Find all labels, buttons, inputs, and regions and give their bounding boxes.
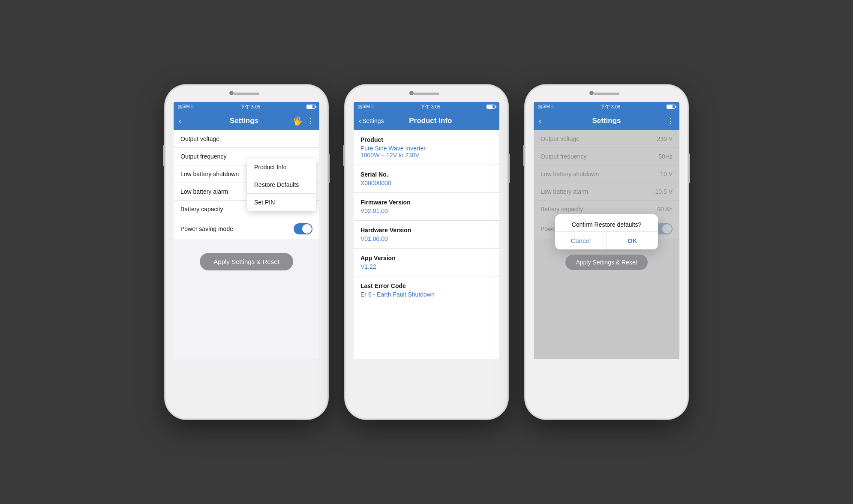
back-button-2[interactable]: ‹ Settings	[359, 117, 384, 126]
info-label-firmware: Firmware Version	[360, 199, 493, 206]
battery-fill-2	[487, 105, 493, 108]
battery-fill-3	[667, 105, 673, 108]
info-value-app: V1.22	[360, 263, 493, 270]
battery-fill-1	[307, 105, 312, 108]
battery-icon-1	[306, 105, 315, 109]
info-value-hardware: V01.00.00	[360, 235, 493, 242]
info-section-firmware: Firmware Version V02.01.00	[354, 193, 499, 221]
status-left-3: 無SIM卡	[538, 104, 554, 110]
sim-text-3: 無SIM卡	[538, 104, 554, 110]
screen-1: 無SIM卡 下午 3:05 ‹ Settings 🖐 ⋮	[174, 102, 319, 359]
dialog-title: Confirm Restore defaults?	[555, 214, 658, 231]
label-output-voltage: Output voltage	[180, 135, 219, 142]
speaker-2	[414, 93, 439, 95]
dialog-overlay: Confirm Restore defaults? Cancel OK Appl…	[534, 130, 679, 359]
status-bar-3: 無SIM卡 下午 3:06	[534, 102, 679, 111]
info-label-hardware: Hardware Version	[360, 227, 493, 234]
settings-row-output-voltage[interactable]: Output voltage	[174, 130, 319, 148]
info-section-error: Last Error Code Er 6 - Earth Fault Shutd…	[354, 276, 499, 304]
dialog-cancel-button[interactable]: Cancel	[555, 232, 607, 249]
apply-settings-button-3[interactable]: Apply Settings & Reset	[565, 255, 647, 270]
camera-3	[589, 91, 594, 95]
nav-actions-3: ⋮	[657, 116, 674, 126]
info-section-hardware: Hardware Version V01.00.00	[354, 221, 499, 249]
product-info-content: Product Pure Sine Wave Inverter1000W – 1…	[354, 130, 499, 359]
status-time-2: 下午 3:05	[420, 104, 440, 110]
settings-row-power-saving[interactable]: Power saving mode	[174, 218, 319, 240]
confirm-dialog: Confirm Restore defaults? Cancel OK	[555, 214, 658, 249]
status-time-1: 下午 3:05	[240, 104, 260, 110]
dropdown-menu-1: Product Info Restore Defaults Set PIN	[247, 159, 316, 211]
apply-settings-button-1[interactable]: Apply Settings & Reset	[200, 253, 293, 270]
chevron-left-icon-1: ‹	[179, 117, 181, 126]
label-output-freq: Output frequency	[180, 153, 226, 160]
nav-title-1: Settings	[196, 117, 292, 125]
nav-title-2: Product Info	[384, 117, 477, 125]
phone-3: 無SIM卡 下午 3:06 ‹ Settings ⋮ Output vo	[525, 85, 688, 419]
nav-bar-3: ‹ Settings ⋮	[534, 111, 679, 130]
status-left-1: 無SIM卡	[178, 104, 194, 110]
dialog-ok-button[interactable]: OK	[607, 232, 658, 249]
back-button-3[interactable]: ‹	[539, 117, 556, 126]
status-right-3	[667, 105, 675, 109]
status-bar-1: 無SIM卡 下午 3:05	[174, 102, 319, 111]
status-right-1	[306, 105, 315, 109]
back-button-1[interactable]: ‹	[179, 117, 196, 126]
screen-3: 無SIM卡 下午 3:06 ‹ Settings ⋮ Output vo	[534, 102, 679, 359]
sim-text-2: 無SIM卡	[358, 104, 374, 110]
apply-btn-container-1: Apply Settings & Reset	[174, 240, 319, 283]
label-power-saving: Power saving mode	[180, 225, 233, 232]
power-saving-toggle[interactable]	[294, 223, 312, 234]
battery-icon-3	[667, 105, 675, 109]
dialog-buttons: Cancel OK	[555, 231, 658, 249]
info-value-serial: X00000000	[360, 180, 493, 186]
settings-content-3: Output voltage 230 V Output frequency 50…	[534, 130, 679, 359]
info-value-error: Er 6 - Earth Fault Shutdown	[360, 291, 493, 298]
battery-icon-2	[487, 105, 495, 109]
hand-icon-1[interactable]: 🖐	[292, 116, 303, 126]
info-label-app: App Version	[360, 255, 493, 261]
dropdown-product-info[interactable]: Product Info	[247, 159, 316, 176]
more-icon-1[interactable]: ⋮	[306, 116, 314, 126]
nav-title-3: Settings	[556, 117, 657, 125]
info-value-product: Pure Sine Wave Inverter1000W – 12V to 23…	[360, 145, 493, 159]
sim-text-1: 無SIM卡	[178, 104, 194, 110]
status-time-3: 下午 3:06	[601, 104, 620, 110]
label-low-alarm: Low battery alarm	[180, 188, 228, 195]
info-label-error: Last Error Code	[360, 282, 493, 289]
back-label-2: Settings	[362, 117, 384, 124]
label-low-shutdown: Low battery shutdown	[180, 171, 239, 177]
info-value-firmware: V02.01.00	[360, 207, 493, 214]
nav-actions-1: 🖐 ⋮	[292, 116, 314, 126]
info-section-serial: Serial No. X00000000	[354, 165, 499, 193]
info-section-app: App Version V1.22	[354, 249, 499, 276]
info-label-product: Product	[360, 136, 493, 143]
phone-2: 無SIM卡 下午 3:05 ‹ Settings Product Info Pr…	[345, 85, 508, 419]
camera-2	[409, 91, 414, 95]
more-icon-3[interactable]: ⋮	[667, 116, 674, 126]
chevron-left-icon-3: ‹	[539, 117, 541, 126]
settings-content-1: Output voltage Output frequency Low batt…	[174, 130, 319, 359]
screen-2: 無SIM卡 下午 3:05 ‹ Settings Product Info Pr…	[354, 102, 499, 359]
status-left-2: 無SIM卡	[358, 104, 374, 110]
info-section-product: Product Pure Sine Wave Inverter1000W – 1…	[354, 130, 499, 165]
nav-bar-1: ‹ Settings 🖐 ⋮	[174, 111, 319, 130]
dropdown-restore-defaults[interactable]: Restore Defaults	[247, 176, 316, 194]
info-label-serial: Serial No.	[360, 171, 493, 178]
chevron-left-icon-2: ‹	[359, 117, 361, 126]
status-bar-2: 無SIM卡 下午 3:05	[354, 102, 499, 111]
speaker-3	[594, 93, 619, 95]
label-battery-cap: Battery capacity	[180, 206, 223, 213]
phone-1: 無SIM卡 下午 3:05 ‹ Settings 🖐 ⋮	[165, 85, 328, 419]
camera-1	[229, 91, 234, 95]
speaker-1	[234, 93, 259, 95]
nav-bar-2: ‹ Settings Product Info	[354, 111, 499, 130]
dropdown-set-pin[interactable]: Set PIN	[247, 194, 316, 211]
status-right-2	[487, 105, 495, 109]
